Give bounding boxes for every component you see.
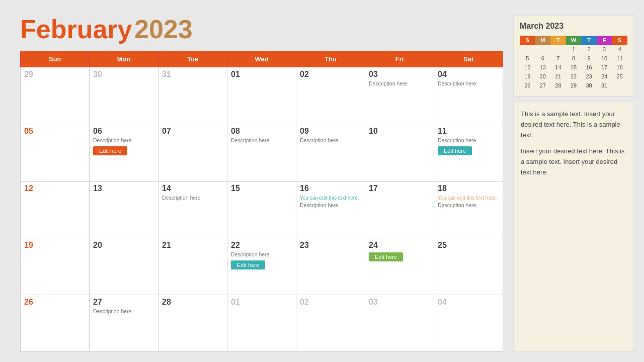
day-number: 02 [300,70,361,79]
day-number: 03 [369,70,430,79]
mini-cell-4-1: 27 [535,81,551,90]
day-number: 04 [438,70,499,79]
edit-button-green[interactable]: Edit here [369,252,403,261]
day-number: 28 [162,298,223,307]
cell-description: Description here [438,80,499,86]
mini-cal-header: SMTWTFS [520,36,627,45]
day-number: 14 [162,184,223,193]
mini-cell-3-6: 25 [612,72,627,81]
mini-cell-4-0: 26 [520,81,535,90]
cell-description: Description here [162,195,223,201]
cell-description: Description here [231,137,292,143]
calendar-cell-1-1: 06Description hereEdit here [90,124,158,181]
mini-cell-2-2: 14 [550,63,566,72]
calendar-cell-0-3: 01 [227,67,296,124]
calendar-cell-0-4: 02 [296,67,365,124]
cell-description: Description here [438,137,499,143]
cell-description: Description here [369,80,430,86]
mini-cal-header-t2: T [550,36,566,45]
edit-button-orange[interactable]: Edit here [93,146,127,155]
day-number: 17 [369,184,430,193]
day-number: 01 [231,70,292,79]
calendar-cell-2-5: 17 [365,181,434,238]
calendar-cell-4-4: 02 [296,295,365,351]
weekday-mon: Mon [90,51,158,67]
calendar-row-0: 293031010203Description here04Descriptio… [21,67,503,124]
mini-cell-1-1: 6 [535,54,551,63]
calendar-row-4: 2627Description here2801020304 [21,295,503,351]
cell-description: Description here [300,137,361,143]
mini-cell-2-0: 12 [520,63,535,72]
mini-calendar-box: March 2023 SMTWTFS 123456789101112131415… [513,15,634,97]
calendar-cell-1-4: 09Description here [296,124,365,181]
calendar-cell-4-6: 04 [434,295,503,351]
calendar-cell-0-1: 30 [90,67,158,124]
day-number: 26 [24,298,86,307]
day-number: 02 [300,298,361,307]
calendar-body: 293031010203Description here04Descriptio… [21,67,503,352]
day-number: 31 [162,70,223,79]
cell-description: Description here [300,202,361,208]
calendar-cell-4-2: 28 [158,295,227,351]
calendar-cell-4-5: 03 [365,295,434,351]
cell-description: Description here [93,308,154,314]
weekday-tue: Tue [158,51,227,67]
day-number: 03 [369,298,430,307]
day-number: 04 [438,298,499,307]
calendar-cell-0-2: 31 [158,67,227,124]
day-number: 23 [300,241,361,250]
main-area: February 2023 SunMonTueWedThuFriSat 2930… [20,15,503,352]
page-title: February 2023 [20,15,503,44]
calendar-cell-2-6: 18You can edit this text here.Descriptio… [434,181,503,238]
sidebar: March 2023 SMTWTFS 123456789101112131415… [513,15,634,352]
day-number: 10 [369,127,430,136]
mini-cell-1-0: 5 [520,54,535,63]
day-number: 18 [438,184,499,193]
day-number: 19 [24,241,86,250]
weekday-thu: Thu [296,51,365,67]
mini-cell-3-5: 24 [597,72,612,81]
title-month: February [20,15,132,44]
edit-button-teal[interactable]: Edit here [438,146,472,155]
calendar-cell-0-0: 29 [21,67,90,124]
mini-cell-2-3: 15 [566,63,582,72]
mini-cell-1-6: 11 [612,54,627,63]
day-number: 29 [24,70,86,79]
mini-cal-header-m1: M [535,36,551,45]
day-number: 13 [93,184,154,193]
sidebar-text-box: This is a sample text. Insert your desir… [513,102,634,352]
calendar-cell-4-0: 26 [21,295,90,351]
mini-cell-0-1 [535,45,551,54]
day-number: 21 [162,241,223,250]
mini-calendar: SMTWTFS 12345678910111213141516171819202… [520,36,627,90]
day-number: 22 [231,241,292,250]
mini-cell-0-5: 3 [597,45,612,54]
title-year: 2023 [134,15,193,44]
calendar-cell-3-4: 23 [296,238,365,295]
day-number: 01 [231,298,292,307]
edit-button-teal[interactable]: Edit here [231,260,265,269]
calendar-cell-1-2: 07 [158,124,227,181]
mini-cal-header-s6: S [612,36,627,45]
calendar-cell-3-5: 24Edit here [365,238,434,295]
mini-cell-0-0 [520,45,535,54]
calendar-cell-0-5: 03Description here [365,67,434,124]
mini-cal-body: 1234567891011121314151617181920212223242… [520,45,627,90]
mini-cell-4-3: 29 [566,81,582,90]
day-number: 09 [300,127,361,136]
sidebar-text-2: Insert your desired text here. This is a… [521,146,626,177]
calendar-cell-2-4: 16You can edit this text here.Descriptio… [296,181,365,238]
mini-cell-2-6: 18 [612,63,627,72]
mini-cell-1-4: 9 [581,54,597,63]
cell-description: Description here [231,251,292,257]
mini-cell-1-2: 7 [550,54,566,63]
mini-cell-3-1: 20 [535,72,551,81]
mini-cal-header-t4: T [581,36,597,45]
calendar-cell-4-3: 01 [227,295,296,351]
mini-cell-1-3: 8 [566,54,582,63]
can-edit-label-orange: You can edit this text here. [438,195,499,201]
mini-cell-0-4: 2 [581,45,597,54]
mini-cell-0-3: 1 [566,45,582,54]
mini-cell-2-5: 17 [597,63,612,72]
day-number: 06 [93,127,154,136]
